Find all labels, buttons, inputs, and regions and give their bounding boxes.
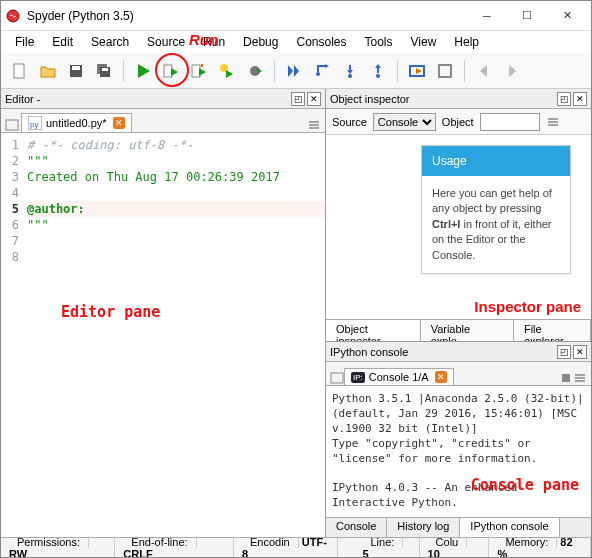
source-select[interactable]: Console xyxy=(373,113,436,131)
svg-rect-20 xyxy=(562,374,570,382)
main-toolbar: Run xyxy=(1,53,591,89)
console-options-icon[interactable] xyxy=(573,371,587,385)
svg-rect-8 xyxy=(192,65,200,77)
tab-ipython-console[interactable]: IPython console xyxy=(460,518,559,537)
status-memory: Memory: 82 % xyxy=(489,536,591,559)
save-button[interactable] xyxy=(63,58,89,84)
app-icon xyxy=(5,8,21,24)
code-editor[interactable]: 12345678 # -*- coding: utf-8 -*-"""Creat… xyxy=(1,133,325,537)
inspector-body: Usage Here you can get help of any objec… xyxy=(326,135,591,319)
tab-object-inspector[interactable]: Object inspector xyxy=(326,320,421,341)
console-tab[interactable]: IP: Console 1/A ✕ xyxy=(344,368,454,385)
menu-edit[interactable]: Edit xyxy=(44,33,81,51)
browse-tabs-icon[interactable] xyxy=(330,371,344,385)
annotation-editor-pane: Editor pane xyxy=(61,303,160,321)
status-column: Colu 10 xyxy=(420,536,490,559)
code-content[interactable]: # -*- coding: utf-8 -*-"""Created on Thu… xyxy=(23,133,325,537)
status-encoding: Encodin UTF-8 xyxy=(234,536,339,559)
ipython-console-pane: IPython console ◰ ✕ IP: Console 1/A ✕ Py… xyxy=(326,341,591,537)
pane-undock-icon[interactable]: ◰ xyxy=(557,345,571,359)
console-pane-title: IPython console xyxy=(330,346,555,358)
tab-variable-explorer[interactable]: Variable explo... xyxy=(421,320,514,341)
open-file-button[interactable] xyxy=(35,58,61,84)
editor-file-tab[interactable]: py untitled0.py* ✕ xyxy=(21,113,132,132)
forward-button[interactable] xyxy=(499,58,525,84)
close-tab-icon[interactable]: ✕ xyxy=(435,371,447,383)
usage-text-pre: Here you can get help of any object by p… xyxy=(432,187,552,214)
object-input[interactable] xyxy=(480,113,540,131)
editor-pane-title: Editor - xyxy=(5,93,289,105)
pane-close-icon[interactable]: ✕ xyxy=(573,92,587,106)
menu-tools[interactable]: Tools xyxy=(357,33,401,51)
maximize-button[interactable]: ☐ xyxy=(507,3,547,29)
close-tab-icon[interactable]: ✕ xyxy=(113,117,125,129)
svg-rect-16 xyxy=(6,120,18,130)
svg-rect-7 xyxy=(164,65,172,77)
toolbar-separator xyxy=(464,60,465,82)
toolbar-separator xyxy=(274,60,275,82)
svg-rect-19 xyxy=(331,373,343,383)
window-titlebar: Spyder (Python 3.5) ─ ☐ ✕ xyxy=(1,1,591,31)
maximize-pane-button[interactable] xyxy=(404,58,430,84)
menu-debug[interactable]: Debug xyxy=(235,33,286,51)
inspector-controls: Source Console Object xyxy=(326,109,591,135)
stop-kernel-icon[interactable] xyxy=(559,371,573,385)
svg-rect-15 xyxy=(439,65,451,77)
status-eol: End-of-line: CRLF xyxy=(115,536,234,559)
annotation-console-pane: Console pane xyxy=(471,475,579,495)
status-line: Line: 5 xyxy=(354,536,419,559)
debug-button[interactable] xyxy=(242,58,268,84)
tab-file-explorer[interactable]: File explorer xyxy=(514,320,591,341)
debug-step-button[interactable] xyxy=(309,58,335,84)
inspector-tabs: Object inspector Variable explo... File … xyxy=(326,319,591,341)
debug-continue-button[interactable] xyxy=(281,58,307,84)
pane-undock-icon[interactable]: ◰ xyxy=(557,92,571,106)
save-all-button[interactable] xyxy=(91,58,117,84)
console-bottom-tabs: Console History log IPython console xyxy=(326,517,591,537)
usage-card-body: Here you can get help of any object by p… xyxy=(422,176,570,273)
svg-rect-3 xyxy=(72,66,80,70)
run-cell-advance-button[interactable] xyxy=(186,58,212,84)
debug-step-into-button[interactable] xyxy=(337,58,363,84)
browse-tabs-icon[interactable] xyxy=(5,118,19,132)
pane-close-icon[interactable]: ✕ xyxy=(307,92,321,106)
tab-history-log[interactable]: History log xyxy=(387,518,460,537)
toolbar-separator xyxy=(397,60,398,82)
inspector-pane-header: Object inspector ◰ ✕ xyxy=(326,89,591,109)
fullscreen-button[interactable] xyxy=(432,58,458,84)
menu-search[interactable]: Search xyxy=(83,33,137,51)
svg-point-12 xyxy=(348,74,352,78)
console-tab-label: Console 1/A xyxy=(369,371,429,383)
line-number-gutter: 12345678 xyxy=(1,133,23,537)
console-output[interactable]: Python 3.5.1 |Anaconda 2.5.0 (32-bit)| (… xyxy=(326,386,591,517)
editor-tab-row: py untitled0.py* ✕ xyxy=(1,109,325,133)
menu-file[interactable]: File xyxy=(7,33,42,51)
inspector-options-icon[interactable] xyxy=(546,115,560,129)
svg-rect-1 xyxy=(14,64,24,78)
svg-text:py: py xyxy=(30,120,38,129)
close-button[interactable]: ✕ xyxy=(547,3,587,29)
debug-step-out-button[interactable] xyxy=(365,58,391,84)
status-permissions: Permissions: RW xyxy=(1,536,115,559)
run-cell-button[interactable] xyxy=(158,58,184,84)
pane-undock-icon[interactable]: ◰ xyxy=(291,92,305,106)
menu-help[interactable]: Help xyxy=(446,33,487,51)
pane-close-icon[interactable]: ✕ xyxy=(573,345,587,359)
toolbar-separator xyxy=(123,60,124,82)
editor-options-icon[interactable] xyxy=(307,118,321,132)
run-selection-button[interactable] xyxy=(214,58,240,84)
tab-console[interactable]: Console xyxy=(326,518,387,537)
new-file-button[interactable] xyxy=(7,58,33,84)
svg-rect-6 xyxy=(102,68,108,71)
annotation-run-label: Run xyxy=(189,31,218,48)
run-button[interactable] xyxy=(130,58,156,84)
menu-consoles[interactable]: Consoles xyxy=(288,33,354,51)
editor-pane-header: Editor - ◰ ✕ xyxy=(1,89,325,109)
svg-point-11 xyxy=(316,72,320,76)
back-button[interactable] xyxy=(471,58,497,84)
usage-card: Usage Here you can get help of any objec… xyxy=(421,145,571,274)
menu-source[interactable]: Source xyxy=(139,33,193,51)
minimize-button[interactable]: ─ xyxy=(467,3,507,29)
menu-view[interactable]: View xyxy=(403,33,445,51)
console-pane-header: IPython console ◰ ✕ xyxy=(326,342,591,362)
